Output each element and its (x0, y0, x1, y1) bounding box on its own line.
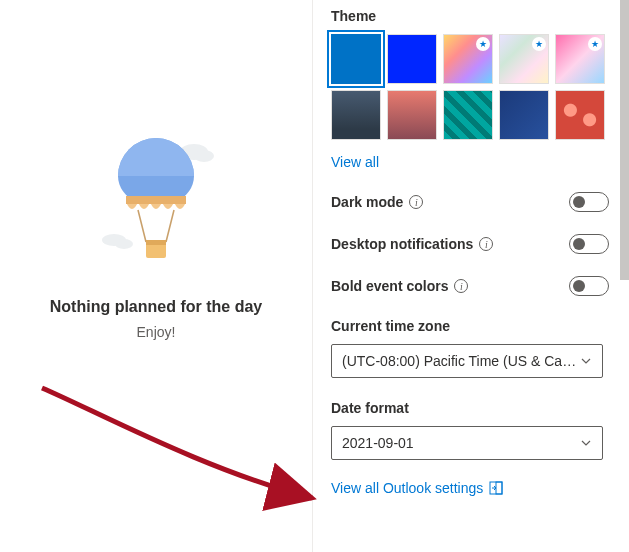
chevron-down-icon (580, 437, 592, 449)
svg-rect-4 (126, 196, 186, 204)
timezone-heading: Current time zone (331, 318, 609, 334)
desktop-notifications-row: Desktop notifications i (331, 234, 609, 254)
premium-star-icon (476, 37, 490, 51)
open-pane-icon (489, 481, 503, 495)
info-icon[interactable]: i (409, 195, 423, 209)
dateformat-heading: Date format (331, 400, 609, 416)
bold-event-colors-toggle[interactable] (569, 276, 609, 296)
info-icon[interactable]: i (454, 279, 468, 293)
bold-event-colors-label: Bold event colors (331, 278, 448, 294)
desktop-notifications-label: Desktop notifications (331, 236, 473, 252)
theme-tile-vation-blue[interactable] (499, 90, 549, 140)
view-all-outlook-settings-text: View all Outlook settings (331, 480, 483, 496)
svg-point-3 (115, 239, 133, 249)
chevron-down-icon (580, 355, 592, 367)
svg-line-6 (166, 210, 174, 242)
theme-grid (331, 34, 607, 140)
empty-title: Nothing planned for the day (50, 298, 262, 316)
dateformat-select[interactable]: 2021-09-01 (331, 426, 603, 460)
svg-rect-10 (496, 482, 502, 494)
svg-point-1 (194, 150, 214, 162)
timezone-select[interactable]: (UTC-08:00) Pacific Time (US & Cana… (331, 344, 603, 378)
dark-mode-toggle[interactable] (569, 192, 609, 212)
theme-heading: Theme (331, 8, 609, 24)
desktop-notifications-toggle[interactable] (569, 234, 609, 254)
settings-scrollbar[interactable] (620, 0, 629, 280)
theme-tile-unicorn[interactable] (555, 34, 605, 84)
svg-rect-8 (146, 240, 166, 245)
theme-tile-pastel-ribbons[interactable] (499, 34, 549, 84)
balloon-illustration (96, 132, 216, 282)
timezone-value: (UTC-08:00) Pacific Time (US & Cana… (342, 353, 580, 369)
premium-star-icon (532, 37, 546, 51)
info-icon[interactable]: i (479, 237, 493, 251)
dark-mode-label: Dark mode (331, 194, 403, 210)
dark-mode-row: Dark mode i (331, 192, 609, 212)
theme-tile-circuit-teal[interactable] (443, 90, 493, 140)
theme-tile-blue-solid[interactable] (331, 34, 381, 84)
view-all-themes-link[interactable]: View all (331, 154, 379, 170)
theme-tile-bokeh-red[interactable] (555, 90, 605, 140)
quick-settings-pane: Theme View all Dark mode i Desktop notif… (313, 0, 629, 552)
dateformat-value: 2021-09-01 (342, 435, 580, 451)
bold-event-colors-row: Bold event colors i (331, 276, 609, 296)
theme-tile-mountain-dark[interactable] (331, 90, 381, 140)
svg-line-5 (138, 210, 146, 242)
view-all-outlook-settings-link[interactable]: View all Outlook settings (331, 480, 503, 496)
empty-subtitle: Enjoy! (137, 324, 176, 340)
theme-tile-palms-sunset[interactable] (387, 90, 437, 140)
theme-tile-rainbow-waves[interactable] (443, 34, 493, 84)
premium-star-icon (588, 37, 602, 51)
calendar-empty-pane: Nothing planned for the day Enjoy! (0, 0, 312, 552)
theme-tile-blue-bright[interactable] (387, 34, 437, 84)
